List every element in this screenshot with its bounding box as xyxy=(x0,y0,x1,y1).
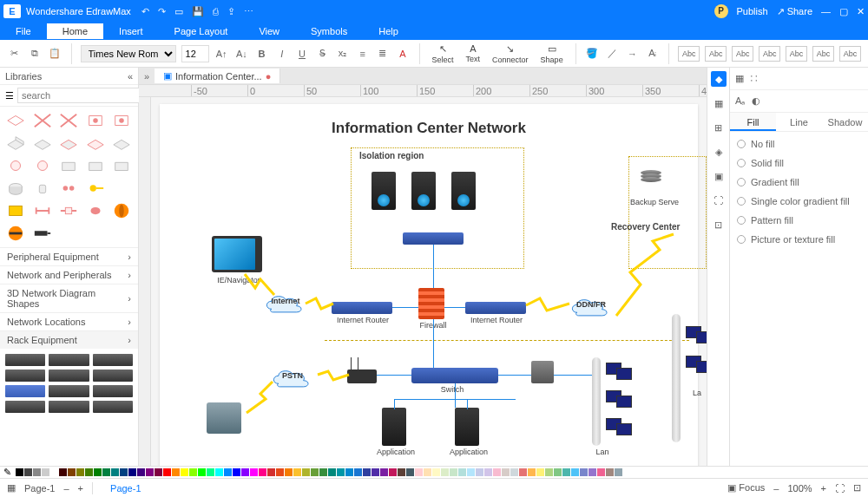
paste-icon[interactable]: 📋 xyxy=(47,46,62,62)
zoom-out-icon[interactable]: – xyxy=(773,483,779,494)
shape-item[interactable] xyxy=(109,178,134,199)
menu-page-layout[interactable]: Page Layout xyxy=(159,23,244,39)
color-swatch[interactable] xyxy=(510,468,518,476)
pointer-tool-icon[interactable]: ◆ xyxy=(711,71,727,87)
menu-home[interactable]: Home xyxy=(47,23,103,39)
print-icon[interactable]: ⎙ xyxy=(213,6,219,17)
shape-item[interactable] xyxy=(3,200,28,221)
style-preset[interactable]: Abc xyxy=(812,46,834,62)
text-format-icon[interactable]: Aₐ xyxy=(735,95,745,107)
color-swatch[interactable] xyxy=(250,468,258,476)
tab-line[interactable]: Line xyxy=(776,113,822,131)
export-icon[interactable]: ⇪ xyxy=(227,6,235,17)
shape-item[interactable] xyxy=(56,110,81,131)
color-swatch[interactable] xyxy=(545,468,553,476)
color-swatch[interactable] xyxy=(571,468,579,476)
color-swatch[interactable] xyxy=(181,468,188,476)
router-node[interactable] xyxy=(403,232,464,245)
color-swatch[interactable] xyxy=(432,468,440,476)
tab-shadow[interactable]: Shadow xyxy=(822,113,868,131)
color-swatch[interactable] xyxy=(580,468,588,476)
monitors[interactable] xyxy=(686,326,707,345)
shape-item[interactable] xyxy=(30,200,55,221)
shape-item[interactable] xyxy=(30,223,55,244)
color-swatch[interactable] xyxy=(450,468,457,476)
monitors[interactable] xyxy=(606,418,634,437)
shape-item[interactable] xyxy=(109,110,134,131)
lan-cylinder-right[interactable] xyxy=(672,314,681,442)
font-size-input[interactable] xyxy=(181,45,209,62)
app-server-right[interactable] xyxy=(455,408,479,446)
pages-icon[interactable]: ▦ xyxy=(7,482,16,494)
color-swatch[interactable] xyxy=(337,468,345,476)
avatar[interactable]: P xyxy=(714,4,728,18)
comment-icon[interactable]: ⊡ xyxy=(711,217,727,232)
color-swatch[interactable] xyxy=(128,468,136,476)
color-swatch[interactable] xyxy=(441,468,449,476)
color-swatch[interactable] xyxy=(68,468,76,476)
shape-item[interactable] xyxy=(83,155,108,176)
color-swatch[interactable] xyxy=(172,468,180,476)
color-swatch[interactable] xyxy=(311,468,319,476)
shape-item[interactable] xyxy=(56,200,81,221)
server-node[interactable] xyxy=(372,172,396,210)
color-swatch[interactable] xyxy=(163,468,171,476)
font-color-icon[interactable]: A xyxy=(395,46,410,62)
focus-button[interactable]: ▣ Focus xyxy=(727,482,765,494)
color-swatch[interactable] xyxy=(146,468,154,476)
menu-help[interactable]: Help xyxy=(363,23,414,39)
minimize-icon[interactable]: — xyxy=(821,6,831,16)
page-tab[interactable]: Page-1 xyxy=(102,483,149,494)
color-swatch[interactable] xyxy=(606,468,614,476)
shape-item[interactable] xyxy=(83,133,108,154)
ai-icon[interactable]: ⊞ xyxy=(711,120,727,135)
fill-option-none[interactable]: No fill xyxy=(737,139,861,149)
fill-option-single-gradient[interactable]: Single color gradient fill xyxy=(737,196,861,206)
ddn-cloud[interactable]: DDN/FR xyxy=(568,295,615,319)
color-swatch[interactable] xyxy=(42,468,49,476)
rack-item[interactable] xyxy=(5,401,45,413)
router-right[interactable] xyxy=(465,302,526,314)
color-swatch[interactable] xyxy=(319,468,327,476)
color-swatch[interactable] xyxy=(589,468,596,476)
color-swatch[interactable] xyxy=(50,468,58,476)
color-swatch[interactable] xyxy=(293,468,301,476)
shape-item[interactable] xyxy=(83,200,108,221)
line-icon[interactable]: ／ xyxy=(605,46,620,62)
style-preset[interactable]: Abc xyxy=(732,46,753,62)
shape-tool[interactable]: ▭Shape xyxy=(537,43,567,64)
shape-item[interactable] xyxy=(3,110,28,131)
zoom-in-icon[interactable]: + xyxy=(821,483,826,494)
shape-item[interactable] xyxy=(56,155,81,176)
color-swatch[interactable] xyxy=(120,468,128,476)
menu-symbols[interactable]: Symbols xyxy=(295,23,363,39)
switch-node[interactable] xyxy=(411,368,498,383)
page-add-icon[interactable]: + xyxy=(78,483,83,494)
shape-item[interactable] xyxy=(30,110,55,131)
align-icon[interactable]: ▦ xyxy=(735,73,744,84)
italic-icon[interactable]: I xyxy=(274,46,289,62)
monitors[interactable] xyxy=(686,356,707,375)
style-preset[interactable]: Abc xyxy=(839,46,861,62)
shape-item[interactable] xyxy=(109,200,134,221)
maximize-icon[interactable]: ▢ xyxy=(839,6,848,17)
grid-icon[interactable]: ▦ xyxy=(711,95,727,111)
shape-item[interactable] xyxy=(3,133,28,154)
document-tab[interactable]: ▣ Information Center... ● xyxy=(155,69,280,83)
strike-icon[interactable]: S̶ xyxy=(315,46,330,62)
color-swatch[interactable] xyxy=(224,468,232,476)
color-swatch[interactable] xyxy=(24,468,32,476)
crop-icon[interactable]: ⸬ xyxy=(751,73,757,84)
text-style-icon[interactable]: Aᵢ xyxy=(645,46,660,62)
rack-item[interactable] xyxy=(5,385,45,397)
shape-item[interactable] xyxy=(30,155,55,176)
color-swatch[interactable] xyxy=(389,468,397,476)
save-icon[interactable]: 💾 xyxy=(192,6,204,17)
search-input[interactable] xyxy=(17,88,146,103)
theme-icon[interactable]: ◐ xyxy=(752,95,760,107)
color-swatch[interactable] xyxy=(467,468,475,476)
more-text-icon[interactable]: x₂ xyxy=(335,46,350,62)
rack-item[interactable] xyxy=(93,385,133,397)
shape-item[interactable] xyxy=(83,110,108,131)
shape-item[interactable] xyxy=(83,178,108,199)
